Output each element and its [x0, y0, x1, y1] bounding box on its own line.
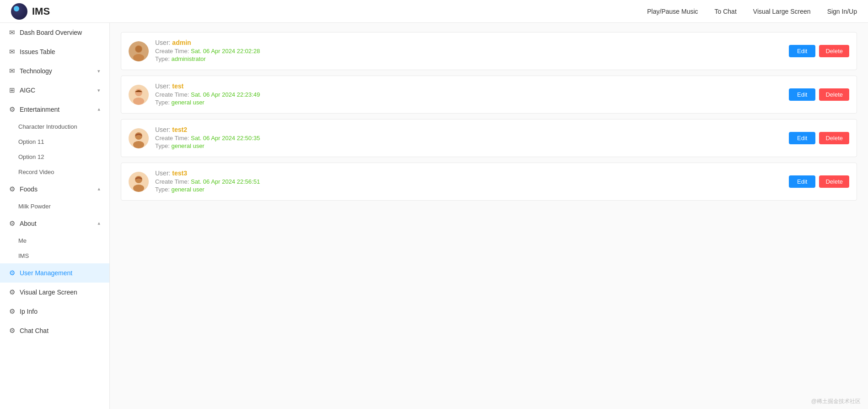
- sidebar-item-label: Entertainment: [20, 106, 59, 113]
- sidebar-item-label: Ip Info: [20, 308, 38, 315]
- header-nav: Play/Pause Music To Chat Visual Large Sc…: [647, 8, 857, 15]
- svg-point-11: [135, 176, 142, 183]
- user-name-admin: admin: [172, 39, 191, 46]
- dashboard-icon: ✉: [9, 28, 15, 37]
- issues-icon: ✉: [9, 48, 15, 56]
- sidebar-item-dashboard[interactable]: ✉ Dash Board Overview: [0, 23, 109, 42]
- user-management-icon: ⚙: [9, 269, 15, 277]
- chat-icon: ⚙: [9, 327, 15, 335]
- layout: ✉ Dash Board Overview ✉ Issues Table ✉ T…: [0, 23, 868, 409]
- svg-point-12: [133, 185, 144, 192]
- user-create-time-admin: Sat. 06 Apr 2024 22:02:28: [191, 48, 260, 55]
- sidebar-item-foods[interactable]: ⚙ Foods ▾: [0, 180, 109, 199]
- about-icon: ⚙: [9, 219, 15, 228]
- sidebar-item-aigc[interactable]: ⊞ AIGC ▾: [0, 81, 109, 100]
- user-actions-test2: Edit Delete: [789, 132, 849, 144]
- nav-to-chat[interactable]: To Chat: [715, 8, 737, 15]
- user-type-test3: general user: [171, 186, 204, 193]
- foods-icon: ⚙: [9, 185, 15, 193]
- visual-icon: ⚙: [9, 288, 15, 296]
- user-card-test3: User: test3 Create Time: Sat. 06 Apr 202…: [121, 163, 857, 201]
- user-info-test: User: test Create Time: Sat. 06 Apr 2024…: [155, 82, 782, 107]
- nav-sign-in-up[interactable]: Sign In/Up: [827, 8, 857, 15]
- sidebar-item-label: AIGC: [20, 87, 35, 94]
- delete-button-admin[interactable]: Delete: [819, 45, 849, 57]
- svg-point-5: [135, 89, 142, 96]
- sidebar-item-ims[interactable]: IMS: [18, 248, 109, 263]
- about-chevron: ▾: [97, 221, 100, 227]
- user-name-test3: test3: [172, 169, 187, 177]
- user-type-test2: general user: [171, 142, 204, 149]
- ip-icon: ⚙: [9, 307, 15, 316]
- sidebar-item-user-management[interactable]: ⚙ User Management: [0, 263, 109, 283]
- technology-icon: ✉: [9, 67, 15, 75]
- user-actions-test: Edit Delete: [789, 88, 849, 101]
- user-info-admin: User: admin Create Time: Sat. 06 Apr 202…: [155, 39, 782, 63]
- sidebar-item-milk-powder[interactable]: Milk Powder: [18, 199, 109, 214]
- sidebar-item-ip-info[interactable]: ⚙ Ip Info: [0, 302, 109, 321]
- header: IMS Play/Pause Music To Chat Visual Larg…: [0, 0, 868, 23]
- user-create-time-test2: Sat. 06 Apr 2024 22:50:35: [191, 135, 260, 142]
- sidebar-item-label: Dash Board Overview: [20, 29, 82, 36]
- sidebar-item-label: Chat Chat: [20, 327, 49, 334]
- sidebar: ✉ Dash Board Overview ✉ Issues Table ✉ T…: [0, 23, 110, 409]
- sidebar-item-label: Issues Table: [20, 48, 55, 55]
- aigc-chevron: ▾: [97, 87, 100, 93]
- user-info-test3: User: test3 Create Time: Sat. 06 Apr 202…: [155, 169, 782, 194]
- nav-visual-large-screen[interactable]: Visual Large Screen: [753, 8, 811, 15]
- nav-play-pause[interactable]: Play/Pause Music: [647, 8, 698, 15]
- sidebar-item-record-video[interactable]: Record Video: [18, 164, 109, 180]
- foods-submenu: Milk Powder: [0, 199, 109, 214]
- sidebar-item-option12[interactable]: Option 12: [18, 149, 109, 164]
- foods-chevron: ▾: [97, 186, 100, 192]
- user-card-test2: User: test2 Create Time: Sat. 06 Apr 202…: [121, 119, 857, 157]
- aigc-icon: ⊞: [9, 86, 15, 94]
- avatar-test2: [129, 128, 149, 148]
- svg-point-3: [135, 46, 142, 52]
- logo-icon: [11, 3, 27, 20]
- delete-button-test3[interactable]: Delete: [819, 175, 849, 188]
- technology-chevron: ▾: [97, 68, 100, 74]
- user-actions-test3: Edit Delete: [789, 175, 849, 188]
- logo-text: IMS: [32, 5, 50, 17]
- entertainment-submenu: Character Introduction Option 11 Option …: [0, 119, 109, 180]
- svg-point-9: [133, 141, 144, 148]
- svg-point-6: [133, 98, 144, 105]
- main-content: User: admin Create Time: Sat. 06 Apr 202…: [110, 23, 868, 409]
- sidebar-item-chat-chat[interactable]: ⚙ Chat Chat: [0, 321, 109, 340]
- sidebar-item-label: Foods: [20, 185, 38, 193]
- sidebar-item-visual-large-screen[interactable]: ⚙ Visual Large Screen: [0, 283, 109, 302]
- sidebar-item-technology[interactable]: ✉ Technology ▾: [0, 61, 109, 81]
- edit-button-test2[interactable]: Edit: [789, 132, 815, 144]
- sidebar-item-about[interactable]: ⚙ About ▾: [0, 214, 109, 233]
- user-card-admin: User: admin Create Time: Sat. 06 Apr 202…: [121, 32, 857, 70]
- avatar-admin: [129, 41, 149, 61]
- entertainment-icon: ⚙: [9, 105, 15, 114]
- edit-button-test3[interactable]: Edit: [789, 175, 815, 188]
- svg-point-2: [133, 54, 144, 61]
- user-info-test2: User: test2 Create Time: Sat. 06 Apr 202…: [155, 126, 782, 150]
- svg-point-8: [135, 132, 142, 140]
- delete-button-test[interactable]: Delete: [819, 88, 849, 101]
- user-actions-admin: Edit Delete: [789, 45, 849, 57]
- sidebar-item-issues-table[interactable]: ✉ Issues Table: [0, 42, 109, 61]
- edit-button-test[interactable]: Edit: [789, 88, 815, 101]
- user-name-test: test: [172, 82, 183, 90]
- logo: IMS: [11, 3, 50, 20]
- sidebar-item-label: Technology: [20, 67, 52, 75]
- sidebar-item-label: User Management: [20, 269, 72, 277]
- avatar-test: [129, 85, 149, 105]
- sidebar-item-character-intro[interactable]: Character Introduction: [18, 119, 109, 134]
- edit-button-admin[interactable]: Edit: [789, 45, 815, 57]
- watermark: @稀土掘金技术社区: [811, 398, 861, 405]
- avatar-test3: [129, 172, 149, 192]
- sidebar-item-option11[interactable]: Option 11: [18, 134, 109, 149]
- sidebar-item-label: Visual Large Screen: [20, 289, 77, 296]
- user-create-time-test3: Sat. 06 Apr 2024 22:56:51: [191, 178, 260, 185]
- delete-button-test2[interactable]: Delete: [819, 132, 849, 144]
- user-type-admin: administrator: [171, 55, 205, 62]
- entertainment-chevron: ▾: [97, 107, 100, 113]
- sidebar-item-me[interactable]: Me: [18, 233, 109, 248]
- sidebar-item-entertainment[interactable]: ⚙ Entertainment ▾: [0, 100, 109, 119]
- user-card-test: User: test Create Time: Sat. 06 Apr 2024…: [121, 76, 857, 114]
